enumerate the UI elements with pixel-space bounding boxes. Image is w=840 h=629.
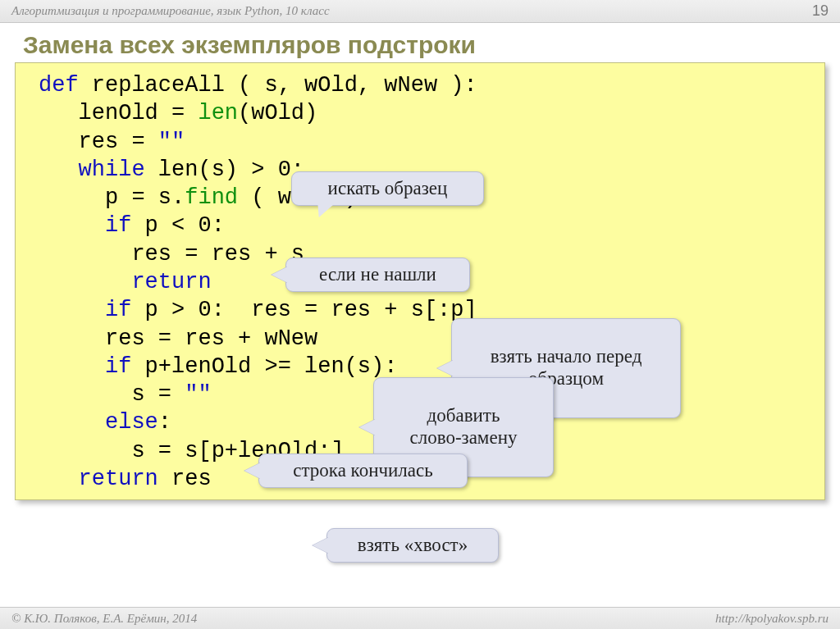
- callout-tail: [272, 267, 288, 283]
- footer-bar: © К.Ю. Поляков, Е.А. Ерёмин, 2014 http:/…: [0, 607, 840, 629]
- kw-else: else: [39, 410, 158, 435]
- callout-ended: строка кончилась: [258, 454, 468, 488]
- page-number: 19: [812, 2, 829, 20]
- kw-def: def: [39, 73, 79, 98]
- callout-notfound: если не нашли: [285, 258, 470, 292]
- callout-search: искать образец: [291, 171, 484, 206]
- kw-if: if: [39, 298, 131, 322]
- kw-if: if: [39, 213, 131, 238]
- callout-tail: [313, 537, 329, 554]
- fn-find: find: [185, 185, 238, 210]
- kw-return: return: [39, 467, 158, 491]
- kw-if: if: [39, 354, 131, 379]
- callout-tailstr: взять «хвост»: [326, 528, 499, 563]
- fn-len: len: [198, 101, 238, 125]
- kw-while: while: [39, 157, 145, 182]
- copyright: © К.Ю. Поляков, Е.А. Ерёмин, 2014: [11, 612, 197, 626]
- callout-tail: [437, 360, 454, 376]
- callout-tail: [359, 419, 376, 435]
- kw-return: return: [39, 270, 212, 294]
- callout-tail: [244, 463, 261, 479]
- footer-url: http://kpolyakov.spb.ru: [715, 612, 829, 626]
- course-label: Алгоритмизация и программирование, язык …: [11, 4, 330, 18]
- header-bar: Алгоритмизация и программирование, язык …: [0, 0, 840, 23]
- slide-title: Замена всех экземпляров подстроки: [23, 31, 840, 59]
